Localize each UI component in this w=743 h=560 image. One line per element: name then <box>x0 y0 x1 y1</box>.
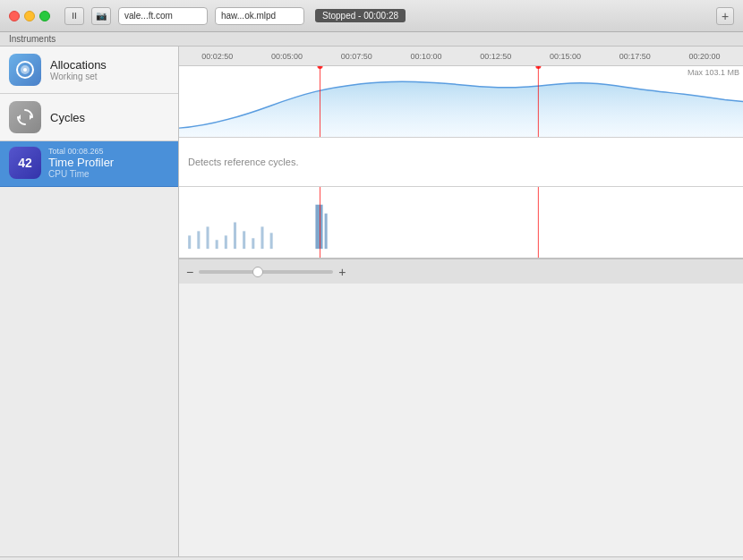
allocations-sub: Working set <box>50 72 169 81</box>
tp-icon: 42 <box>9 147 41 179</box>
svg-rect-11 <box>206 226 209 249</box>
svg-point-2 <box>23 68 27 72</box>
cycles-name: Cycles <box>50 111 169 124</box>
add-button[interactable]: + <box>716 7 734 25</box>
svg-rect-17 <box>260 226 263 249</box>
chart-max-label: Max 103.1 MB <box>687 68 739 77</box>
tick-1: 00:05:00 <box>271 52 303 61</box>
tp-total: Total 00:08.265 <box>48 147 114 156</box>
tick-0: 00:02:50 <box>201 52 233 61</box>
allocations-name: Allocations <box>50 58 169 72</box>
url-text-2: haw...ok.mlpd <box>221 11 276 21</box>
tp-icon-text: 42 <box>18 156 32 170</box>
svg-rect-10 <box>197 231 200 249</box>
tp-sub: CPU Time <box>48 169 114 179</box>
close-button[interactable] <box>9 11 20 21</box>
left-panel: Allocations Working set Cycles <box>0 47 179 556</box>
url-bar-1[interactable]: vale...ft.com <box>118 7 208 25</box>
allocations-info: Allocations Working set <box>50 58 169 81</box>
svg-rect-15 <box>243 231 245 249</box>
tick-5: 00:15:00 <box>550 52 581 61</box>
title-bar: ⏸ 📷 vale...ft.com haw...ok.mlpd Stopped … <box>0 0 743 32</box>
tp-header: 42 Total 00:08.265 Time Profiler CPU Tim… <box>9 147 169 179</box>
instruments-label: Instruments <box>0 32 743 47</box>
cycles-row[interactable]: Cycles <box>0 94 178 141</box>
minimize-button[interactable] <box>24 11 35 21</box>
tp-info: Total 00:08.265 Time Profiler CPU Time <box>48 147 114 179</box>
fullscreen-button[interactable] <box>39 11 50 21</box>
svg-point-7 <box>317 66 322 69</box>
tick-7: 00:20:00 <box>689 52 721 61</box>
cycles-info: Cycles <box>50 111 169 124</box>
bottom-section: ⊞ Call Tree ≡ Sample List ⓘ ⤢ All sample… <box>0 556 743 560</box>
svg-rect-20 <box>325 214 328 250</box>
allocations-chart: Max 103.1 MB <box>179 66 743 138</box>
cycles-icon <box>9 101 41 133</box>
zoom-controls: − + <box>179 259 743 284</box>
svg-rect-18 <box>270 233 273 249</box>
url-text-1: vale...ft.com <box>124 11 173 21</box>
svg-rect-16 <box>252 238 254 249</box>
allocations-row[interactable]: Allocations Working set <box>0 47 178 94</box>
timeline-ticks: 00:02:50 00:05:00 00:07:50 00:10:00 00:1… <box>179 52 743 61</box>
main-container: Allocations Working set Cycles <box>0 47 743 556</box>
tick-2: 00:07:50 <box>341 52 372 61</box>
tick-3: 00:10:00 <box>411 52 442 61</box>
zoom-out-button[interactable]: − <box>186 265 193 279</box>
zoom-in-button[interactable]: + <box>338 265 346 279</box>
svg-rect-9 <box>188 235 191 249</box>
url-bar-2[interactable]: haw...ok.mlpd <box>215 7 304 25</box>
pause-button[interactable]: ⏸ <box>64 7 84 25</box>
svg-point-8 <box>535 66 541 69</box>
cycles-description: Detects reference cycles. <box>188 157 299 167</box>
tick-4: 00:12:50 <box>480 52 511 61</box>
cycles-chart: Detects reference cycles. <box>179 138 743 187</box>
tp-name: Time Profiler <box>48 156 114 169</box>
svg-rect-19 <box>315 205 322 249</box>
svg-rect-14 <box>234 223 236 250</box>
svg-rect-13 <box>225 235 227 249</box>
timeline-header: 00:02:50 00:05:00 00:07:50 00:10:00 00:1… <box>179 47 743 66</box>
camera-button[interactable]: 📷 <box>91 7 111 25</box>
time-profiler-row[interactable]: 42 Total 00:08.265 Time Profiler CPU Tim… <box>0 141 178 187</box>
allocations-icon <box>9 54 41 86</box>
tp-chart <box>179 187 743 259</box>
svg-rect-12 <box>216 240 218 249</box>
status-badge: Stopped - 00:00:28 <box>315 9 406 22</box>
zoom-slider[interactable] <box>199 270 333 274</box>
traffic-lights <box>9 11 50 21</box>
timeline-area: 00:02:50 00:05:00 00:07:50 00:10:00 00:1… <box>179 47 743 556</box>
tick-6: 00:17:50 <box>619 52 651 61</box>
